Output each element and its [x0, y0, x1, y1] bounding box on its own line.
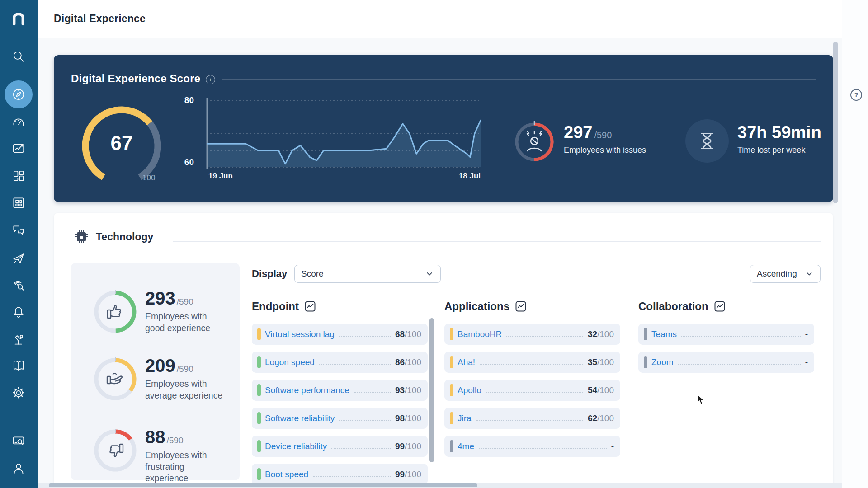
- metric-row[interactable]: Aha!35/100: [444, 352, 620, 373]
- metric-row[interactable]: Software reliability98/100: [252, 408, 428, 429]
- column-title: Collaboration: [638, 300, 708, 313]
- metric-score-denominator: /100: [597, 357, 614, 367]
- metric-link[interactable]: Boot speed: [265, 469, 308, 479]
- metric-score-denominator: /100: [405, 357, 421, 367]
- employees-with-issues-value: 297/590: [564, 123, 612, 142]
- column-endpoint: EndpointVirtual session lag68/100Logon s…: [252, 300, 428, 313]
- metric-score: 93: [395, 385, 405, 395]
- dotted-leader: [339, 420, 391, 421]
- chart-icon: [304, 300, 316, 312]
- metric-score-denominator: /100: [597, 385, 614, 395]
- score-indicator-bar: [450, 440, 453, 452]
- score-indicator-bar: [257, 384, 261, 396]
- help-icon[interactable]: ?: [850, 89, 862, 101]
- dotted-leader: [313, 476, 391, 477]
- metric-score-denominator: /100: [405, 385, 421, 395]
- metric-link[interactable]: Jira: [458, 413, 472, 423]
- metric-row[interactable]: Zoom-: [638, 352, 814, 373]
- dotted-leader: [354, 392, 391, 393]
- good-experience-ring: [93, 288, 138, 333]
- mouse-cursor: [697, 394, 708, 406]
- metric-score: 99: [395, 441, 405, 451]
- dotted-leader: [319, 364, 391, 365]
- metric-row[interactable]: 4me-: [444, 436, 620, 457]
- dotted-leader: [486, 392, 583, 393]
- vertical-scrollbar-thumb[interactable]: [833, 42, 838, 203]
- chevron-down-icon: [805, 269, 814, 278]
- metric-link[interactable]: Aha!: [458, 357, 475, 367]
- column-header: Applications: [444, 300, 620, 313]
- metric-row[interactable]: Apollo54/100: [444, 380, 620, 401]
- metric-score: 32: [588, 329, 597, 339]
- library-book-icon[interactable]: [9, 356, 28, 375]
- engage-chat-icon[interactable]: [9, 220, 28, 240]
- time-lost-value: 37h 59min: [737, 123, 821, 142]
- settings-gear-icon[interactable]: [9, 383, 28, 403]
- dashboards-icon[interactable]: [9, 166, 28, 186]
- page-title: Digital Experience: [54, 13, 146, 25]
- stat-value: 293: [145, 288, 175, 308]
- metric-score-denominator: /100: [405, 329, 421, 339]
- alerts-bell-icon[interactable]: [9, 302, 28, 322]
- metric-link[interactable]: BambooHR: [458, 329, 502, 339]
- profile-icon[interactable]: [9, 459, 28, 479]
- employees-with-issues-icon: [513, 119, 556, 163]
- metric-row[interactable]: Device reliability99/100: [252, 436, 428, 457]
- metric-score-denominator: /100: [405, 441, 421, 451]
- stat-label: Employees with frustrating experience: [145, 450, 226, 484]
- sort-select-value: Ascending: [757, 269, 797, 279]
- metric-link[interactable]: Teams: [651, 329, 677, 339]
- metric-link[interactable]: Zoom: [651, 357, 674, 367]
- metric-score: 99: [395, 469, 405, 479]
- sort-select[interactable]: Ascending: [750, 265, 821, 283]
- horizontal-scrollbar-thumb[interactable]: [49, 483, 477, 487]
- stat-frustrating-experience: 88/590 Employees with frustrating experi…: [93, 427, 226, 484]
- metric-link[interactable]: Device reliability: [265, 441, 327, 451]
- search-icon[interactable]: [9, 47, 28, 66]
- monitoring-icon[interactable]: [9, 139, 28, 159]
- metric-row[interactable]: Software performance93/100: [252, 380, 428, 401]
- metric-link[interactable]: Apollo: [458, 385, 481, 395]
- dex-score-max: 100: [142, 174, 155, 183]
- score-indicator-bar: [257, 440, 261, 452]
- x-axis-end-label: 18 Jul: [444, 172, 481, 181]
- applications-icon[interactable]: [9, 193, 28, 213]
- investigate-fingerprint-icon[interactable]: [9, 275, 28, 295]
- metric-score: -: [805, 329, 808, 339]
- display-select[interactable]: Score: [294, 265, 441, 283]
- score-indicator-bar: [257, 468, 261, 480]
- technology-chip-icon: [74, 229, 89, 244]
- metric-row[interactable]: Jira62/100: [444, 408, 620, 429]
- stat-label: Employees with good experience: [145, 311, 226, 334]
- metric-row[interactable]: Boot speed99/100: [252, 464, 428, 485]
- metric-row[interactable]: Logon speed86/100: [252, 352, 428, 373]
- score-indicator-bar: [257, 412, 261, 424]
- metric-row[interactable]: BambooHR32/100: [444, 324, 620, 345]
- score-gauge-icon[interactable]: [9, 113, 28, 132]
- right-gutter: ?: [842, 0, 868, 488]
- score-indicator-bar: [257, 356, 261, 368]
- technology-divider: [173, 241, 821, 242]
- remote-view-icon[interactable]: [9, 431, 28, 451]
- info-icon[interactable]: i: [206, 75, 215, 84]
- metric-score: 62: [588, 413, 597, 423]
- launch-rocket-icon[interactable]: [9, 248, 28, 268]
- chart-icon: [515, 300, 527, 312]
- nexthink-logo[interactable]: [9, 8, 28, 28]
- endpoint-list-scrollbar-thumb[interactable]: [429, 318, 434, 462]
- stat-value: 88: [145, 427, 165, 447]
- dotted-leader: [506, 336, 583, 337]
- automation-robot-icon[interactable]: [9, 329, 28, 349]
- metric-link[interactable]: Software reliability: [265, 413, 335, 423]
- metric-score-denominator: /100: [405, 469, 421, 479]
- frustrating-experience-ring: [93, 427, 138, 472]
- digital-experience-page: Digital Experience ? Digital Experience …: [0, 0, 868, 488]
- metric-link[interactable]: 4me: [458, 441, 474, 451]
- metric-row[interactable]: Virtual session lag68/100: [252, 324, 428, 345]
- metric-link[interactable]: Logon speed: [265, 357, 315, 367]
- metric-row[interactable]: Teams-: [638, 324, 814, 345]
- metric-link[interactable]: Virtual session lag: [265, 329, 335, 339]
- hourglass-icon: [697, 131, 717, 151]
- metric-link[interactable]: Software performance: [265, 385, 349, 395]
- experience-compass-icon[interactable]: [9, 84, 28, 104]
